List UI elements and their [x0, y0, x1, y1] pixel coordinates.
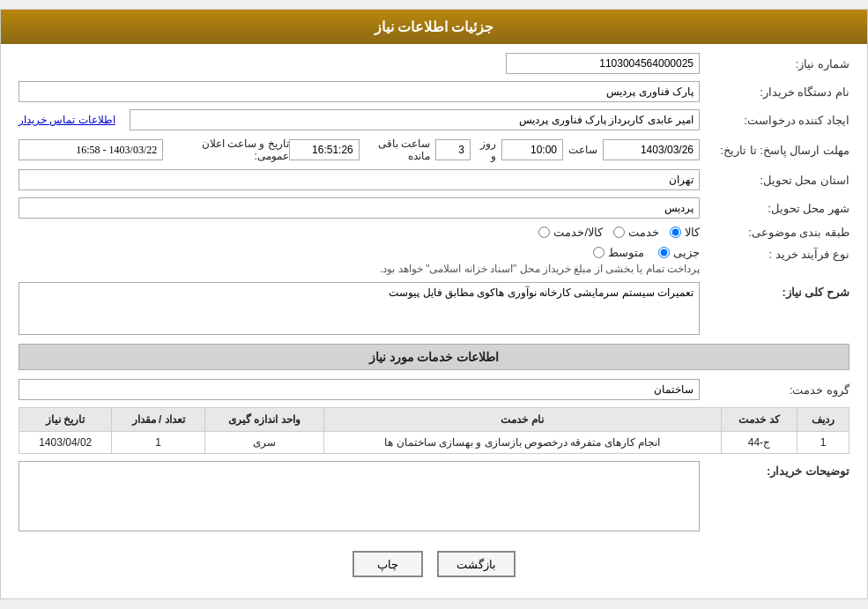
purchase-jozvi-label: جزیی [673, 246, 700, 259]
table-header-radif: ردیف [798, 408, 849, 432]
announce-label: تاریخ و ساعت اعلان عمومی: [168, 137, 288, 162]
services-section-header: اطلاعات خدمات مورد نیاز [19, 344, 849, 370]
requester-label: ایجاد کننده درخواست: [700, 114, 849, 127]
send-date-label: مهلت ارسال پاسخ: تا تاریخ: [700, 144, 849, 157]
category-kala-label: کالا [685, 226, 700, 239]
category-label: طبقه بندی موضوعی: [700, 226, 849, 239]
send-remaining-label: ساعت باقی مانده [365, 137, 430, 162]
table-header-count: تعداد / مقدار [112, 408, 204, 432]
service-table: ردیف کد خدمت نام خدمت واحد اندازه گیری ت… [19, 407, 849, 454]
table-header-unit: واحد اندازه گیری [204, 408, 323, 432]
send-time-input[interactable] [501, 139, 563, 160]
city-input[interactable] [19, 197, 700, 219]
send-time-label: ساعت [568, 144, 597, 156]
send-days-label: روز و [476, 137, 496, 162]
send-days-input[interactable] [435, 139, 471, 160]
contact-link[interactable]: اطلاعات تماس خریدار [19, 114, 115, 126]
service-group-label: گروه خدمت: [700, 383, 849, 397]
need-number-label: شماره نیاز: [700, 57, 849, 71]
category-kala-radio[interactable] [670, 227, 681, 238]
table-header-date: تاریخ نیاز [19, 408, 112, 432]
purchase-type-note: پرداخت تمام یا بخشی از مبلغ خریداز محل "… [19, 263, 700, 275]
print-button[interactable]: چاپ [352, 551, 423, 577]
category-radio-group: کالا خدمت کالا/خدمت [538, 226, 700, 239]
table-header-code: کد خدمت [721, 408, 798, 432]
service-group-input[interactable] [19, 379, 700, 400]
category-kala-khedmat-radio[interactable] [538, 227, 550, 238]
purchase-motavaset-radio[interactable] [593, 247, 605, 258]
requester-input[interactable] [130, 109, 700, 130]
category-khedmat-radio[interactable] [613, 227, 625, 238]
page-title: جزئیات اطلاعات نیاز [1, 10, 867, 44]
announce-input[interactable] [19, 139, 163, 160]
purchase-jozvi-radio[interactable] [658, 247, 670, 258]
need-description-textarea[interactable] [19, 282, 700, 335]
purchase-motavaset-label: متوسط [608, 246, 644, 259]
send-remaining-input[interactable] [289, 139, 360, 160]
send-date-input[interactable] [603, 139, 700, 160]
back-button[interactable]: بازگشت [437, 551, 516, 577]
table-header-name: نام خدمت [323, 408, 721, 432]
category-kala-khedmat-label: کالا/خدمت [553, 226, 603, 239]
purchase-type-label: نوع فرآیند خرید : [700, 246, 849, 261]
buyer-station-label: نام دستگاه خریدار: [700, 85, 849, 99]
need-description-label: شرح کلی نیاز: [700, 282, 849, 299]
buyer-station-input[interactable] [19, 81, 700, 102]
buyer-comment-textarea[interactable] [19, 461, 700, 531]
table-row: 1 ج-44 انجام کارهای متفرقه درخصوص بازساز… [19, 432, 849, 454]
province-label: استان محل تحویل: [700, 174, 849, 187]
category-khedmat-label: خدمت [628, 226, 659, 239]
need-number-input[interactable] [506, 53, 700, 74]
city-label: شهر محل تحویل: [700, 202, 849, 215]
province-input[interactable] [19, 169, 700, 190]
buyer-comment-label: توضیحات خریدار: [700, 461, 849, 478]
